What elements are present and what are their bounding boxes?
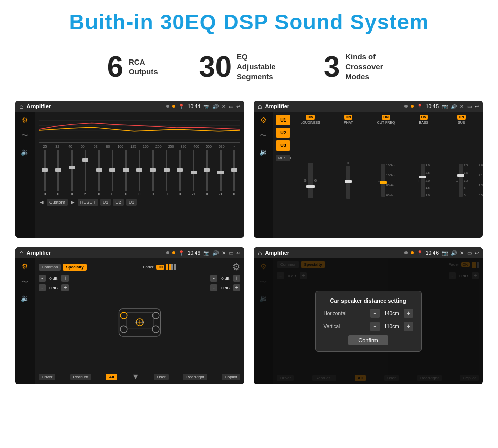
back-icon4[interactable]: ↩ [475,250,479,256]
back-icon[interactable]: ↩ [236,104,240,109]
slider-1[interactable]: 0 [39,150,51,196]
status-dot5 [166,251,169,254]
speaker-icon2[interactable]: 🔉 [259,147,268,156]
eq-icon[interactable]: ⚙ [22,116,28,124]
driver-btn[interactable]: Driver [39,374,55,380]
slider-14[interactable]: -1 [214,150,227,196]
screen1-statusbar: ⌂ Amplifier 📍 10:44 📷 🔊 ✕ ▭ ↩ [15,101,244,112]
crossover-bottom: Driver RearLeft All ▼ User RearRight Cop… [39,372,240,381]
rearright-btn[interactable]: RearRight [183,374,207,380]
wave-icon2[interactable]: 〜 [260,131,267,140]
screen3-statusbar: ⌂ Amplifier 📍 10:46 📷 🔊 ✕ ▭ ↩ [15,247,244,258]
user-btn[interactable]: User [154,374,169,380]
freq-80: 80 [102,145,114,148]
fader-on-badge[interactable]: ON [156,265,165,270]
down-arrow[interactable]: ▼ [132,372,140,381]
vol-minus-bl[interactable]: - [39,284,46,291]
speaker-icon[interactable]: 🔉 [21,147,29,156]
amp2-sections: ONLOUDNESS G G ONPHAT [292,115,480,235]
vertical-value-row: - 110cm + [370,322,413,331]
vol-plus-br[interactable]: + [233,284,240,291]
location-icon3: 📍 [178,250,184,256]
slider-12[interactable]: -1 [188,150,200,196]
vertical-minus[interactable]: - [370,322,380,331]
vol-val-tr: 0 dB [219,276,232,281]
wave-icon3[interactable]: 〜 [21,278,28,287]
rect-icon: ▭ [229,104,233,109]
vol-minus-tl[interactable]: - [39,275,46,282]
confirm-button[interactable]: Confirm [348,335,388,345]
reset-btn2[interactable]: RESET [276,155,290,161]
speaker-icon3[interactable]: 🔉 [21,294,29,302]
prev-icon[interactable]: ◄ [39,199,45,206]
slider-7[interactable]: 0 [120,150,133,196]
loudness-on[interactable]: ON [306,115,315,120]
amp2-presets: U1 U2 U3 RESET [276,115,290,235]
slider-8[interactable]: 0 [133,150,146,196]
common-btn[interactable]: Common [39,264,61,271]
stat-rca-number: 6 [107,52,123,81]
back-icon3[interactable]: ↩ [236,250,240,256]
eq-icon3[interactable]: ⚙ [22,262,28,271]
wave-icon[interactable]: 〜 [21,131,28,140]
screen4: ⌂ Amplifier 📍 10:46 📷 🔊 ✕ ▭ ↩ ⚙ 〜 🔉 [254,247,483,384]
vertical-plus[interactable]: + [404,322,413,331]
sub-on[interactable]: ON [457,115,466,120]
vol-minus-br[interactable]: - [210,284,217,291]
eq-icon2[interactable]: ⚙ [260,116,267,124]
vol-val-bl: 0 dB [47,286,60,290]
vol-plus-bl[interactable]: + [61,284,69,291]
back-icon2[interactable]: ↩ [475,104,479,109]
page-container: Buith-in 30EQ DSP Sound System 6 RCAOutp… [0,0,498,395]
fbar4 [174,264,176,270]
slider-2[interactable]: 0 [52,150,65,196]
speaker-diagram [73,275,206,370]
slider-9[interactable]: 0 [147,150,160,196]
copilot-btn[interactable]: Copilot [222,374,240,380]
screen1-inner: ⚙ 〜 🔉 [15,112,244,238]
home-icon2[interactable]: ⌂ [258,102,262,110]
vol-plus-tr[interactable]: + [233,275,240,282]
preset-u1[interactable]: U1 [276,115,290,125]
preset-label: Custom [47,199,68,206]
fader-label: Fader [143,265,154,270]
settings-icon[interactable]: ⚙ [232,261,240,273]
freq-500: 500 [203,145,215,148]
u1-btn[interactable]: U1 [100,199,111,206]
phat-on[interactable]: ON [344,115,353,120]
slider-13[interactable]: 0 [201,150,213,196]
vol-plus-tl[interactable]: + [61,275,69,282]
horizontal-plus[interactable]: + [404,309,413,318]
horizontal-minus[interactable]: - [370,309,380,318]
home-icon4[interactable]: ⌂ [258,249,262,257]
slider-11[interactable]: 0 [174,150,186,196]
preset-u3[interactable]: U3 [276,140,290,151]
vol-minus-tr[interactable]: - [210,275,217,282]
rearleft-btn[interactable]: RearLeft [70,374,92,380]
location-icon4: 📍 [417,250,423,256]
screens-grid: ⌂ Amplifier 📍 10:44 📷 🔊 ✕ ▭ ↩ ⚙ 〜 🔉 [15,101,483,384]
slider-10[interactable]: 0 [160,150,173,196]
vol-row-bl: - 0 dB + [39,284,69,291]
next-icon[interactable]: ► [70,199,76,206]
location-icon2: 📍 [417,104,423,109]
reset-btn[interactable]: RESET [78,199,98,206]
all-btn[interactable]: All [106,374,117,380]
rect-icon4: ▭ [467,250,472,256]
home-icon[interactable]: ⌂ [19,102,23,110]
screen1-eq-content: 25 32 40 50 63 80 100 125 160 200 250 32… [35,112,244,238]
cutfreq-on[interactable]: ON [382,115,390,120]
slider-5[interactable]: 0 [92,150,105,196]
home-icon3[interactable]: ⌂ [19,249,23,257]
slider-4[interactable]: 5 [79,150,92,196]
slider-3[interactable]: 0 [66,150,78,196]
slider-6[interactable]: 0 [106,150,119,196]
horizontal-label: Horizontal [324,311,347,316]
slider-15[interactable]: 0 [228,150,240,196]
u3-btn[interactable]: U3 [126,199,137,206]
preset-u2[interactable]: U2 [276,128,290,138]
specialty-btn[interactable]: Specialty [63,264,86,271]
u2-btn[interactable]: U2 [113,199,124,206]
bass-on[interactable]: ON [420,115,428,120]
status-dot2 [172,105,175,108]
